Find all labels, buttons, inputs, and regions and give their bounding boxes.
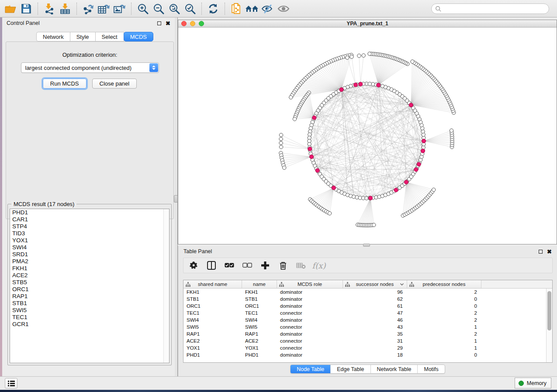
cell-predecessor-nodes: 2 bbox=[407, 316, 481, 323]
table-row[interactable]: FKH1FKH1dominator962 bbox=[183, 289, 546, 296]
export-image-button[interactable] bbox=[112, 1, 128, 16]
network-graph[interactable] bbox=[178, 28, 557, 244]
criterion-select[interactable]: largest connected component (undirected) bbox=[21, 62, 159, 73]
show-all-button[interactable] bbox=[276, 1, 291, 16]
hide-selected-button[interactable] bbox=[260, 1, 276, 16]
mcds-list-item[interactable]: CAR1 bbox=[10, 216, 169, 223]
network-canvas[interactable] bbox=[178, 28, 557, 244]
cell-MCDS-role: dominator bbox=[277, 316, 343, 323]
toolbar-separator bbox=[131, 3, 131, 15]
table-row[interactable]: STB1STB1dominator620 bbox=[183, 296, 546, 303]
task-history-button[interactable] bbox=[5, 378, 17, 389]
column-header-successor-nodes[interactable]: successor nodes bbox=[343, 280, 407, 288]
deselect-all-button[interactable] bbox=[242, 260, 253, 271]
mcds-list-item[interactable]: ORC1 bbox=[10, 286, 169, 293]
table-row[interactable]: PHD1PHD1dominator180 bbox=[183, 351, 546, 358]
column-header-MCDS-role[interactable]: MCDS role bbox=[277, 280, 343, 288]
table-row[interactable]: SWI5SWI5connector431 bbox=[183, 323, 546, 330]
mcds-list-item[interactable]: YOX1 bbox=[10, 237, 169, 244]
mcds-list-item[interactable]: STP4 bbox=[10, 223, 169, 230]
cell-MCDS-role: connector bbox=[277, 344, 343, 351]
network-window-titlebar[interactable]: YPA_prune.txt_1 bbox=[178, 20, 557, 28]
zoom-in-button[interactable] bbox=[135, 1, 151, 16]
list-scrollbar[interactable] bbox=[163, 209, 169, 363]
duplicate-network-button[interactable] bbox=[228, 1, 244, 16]
import-table-disabled-button bbox=[295, 260, 307, 271]
tab-network[interactable]: Network bbox=[36, 32, 70, 41]
vertical-splitter[interactable] bbox=[175, 17, 178, 376]
add-column-button[interactable] bbox=[259, 260, 271, 271]
float-panel-icon[interactable] bbox=[539, 250, 543, 254]
close-panel-icon[interactable]: ✖ bbox=[166, 21, 170, 26]
column-header-shared-name[interactable]: shared name bbox=[183, 280, 242, 288]
mcds-result-group: MCDS result (17 nodes) PHD1CAR1STP4TID3Y… bbox=[7, 204, 172, 365]
scrollbar-thumb[interactable] bbox=[547, 291, 551, 330]
tab-edge-table[interactable]: Edge Table bbox=[331, 365, 370, 373]
import-table-button[interactable] bbox=[57, 1, 73, 16]
mcds-list-item[interactable]: PHD1 bbox=[10, 209, 169, 216]
mcds-list-item[interactable]: PMA2 bbox=[10, 258, 169, 265]
control-panel-title: Control Panel bbox=[7, 20, 40, 26]
import-network-button[interactable] bbox=[42, 1, 57, 16]
search-box[interactable] bbox=[431, 3, 549, 14]
cell-predecessor-nodes: 2 bbox=[407, 330, 481, 337]
table-row[interactable]: YOX1YOX1connector291 bbox=[183, 344, 546, 351]
zoom-out-button[interactable] bbox=[151, 1, 166, 16]
mcds-list-item[interactable]: TEC1 bbox=[10, 314, 169, 321]
mcds-list-item[interactable]: STB1 bbox=[10, 300, 169, 307]
horizontal-splitter-handle[interactable] bbox=[363, 244, 370, 247]
table-row[interactable]: RAP1RAP1dominator352 bbox=[183, 330, 546, 337]
select-all-button[interactable] bbox=[224, 260, 235, 271]
open-button[interactable] bbox=[3, 1, 18, 16]
mcds-result-list[interactable]: PHD1CAR1STP4TID3YOX1SWI4SRD1PMA2FKH1ACE2… bbox=[10, 209, 170, 363]
memory-button[interactable]: Memory bbox=[515, 378, 551, 389]
gear-button[interactable] bbox=[188, 260, 199, 271]
mcds-list-item[interactable]: ACE2 bbox=[10, 272, 169, 279]
mcds-list-item[interactable]: GCR1 bbox=[10, 321, 169, 328]
zoom-selected-button[interactable] bbox=[182, 1, 198, 16]
mcds-list-item[interactable]: FKH1 bbox=[10, 265, 169, 272]
graph-mcds-hub-node bbox=[312, 116, 316, 120]
mcds-list-item[interactable]: SRD1 bbox=[10, 251, 169, 258]
run-mcds-button[interactable]: Run MCDS bbox=[43, 79, 86, 89]
graph-mcds-hub-node bbox=[353, 83, 357, 87]
mcds-list-item[interactable]: SWI5 bbox=[10, 307, 169, 314]
mcds-list-item[interactable]: STB5 bbox=[10, 279, 169, 286]
table-row[interactable]: ACE2ACE2connector311 bbox=[183, 337, 546, 344]
export-network-button[interactable] bbox=[80, 1, 96, 16]
splitter-handle[interactable] bbox=[174, 195, 178, 203]
table-row[interactable]: TEC1TEC1connector472 bbox=[183, 309, 546, 316]
close-panel-button[interactable]: Close panel bbox=[92, 79, 137, 89]
import-table-disabled-icon bbox=[296, 262, 306, 269]
mcds-list-item[interactable]: SWI4 bbox=[10, 244, 169, 251]
search-input[interactable] bbox=[442, 6, 542, 12]
graph-leaf-node bbox=[362, 54, 365, 57]
table-row[interactable]: SWI4SWI4dominator462 bbox=[183, 316, 546, 323]
column-header-predecessor-nodes[interactable]: predecessor nodes bbox=[407, 280, 481, 288]
table-toolbar: f(x) bbox=[183, 258, 553, 273]
graph-leaf-node bbox=[372, 223, 376, 227]
delete-column-button[interactable] bbox=[277, 260, 289, 271]
table-row[interactable]: ORC1ORC1dominator610 bbox=[183, 303, 546, 309]
save-button[interactable] bbox=[18, 1, 34, 16]
close-panel-icon[interactable]: ✖ bbox=[547, 249, 552, 254]
tab-motifs[interactable]: Motifs bbox=[418, 365, 444, 373]
first-neighbors-button[interactable] bbox=[244, 1, 260, 16]
refresh-button[interactable] bbox=[205, 1, 221, 16]
tab-node-table[interactable]: Node Table bbox=[291, 365, 331, 373]
cell-successor-nodes: 29 bbox=[343, 344, 407, 351]
export-table-button[interactable] bbox=[96, 1, 112, 16]
float-panel-icon[interactable] bbox=[157, 21, 161, 25]
tab-mcds[interactable]: MCDS bbox=[124, 32, 153, 41]
column-view-button[interactable] bbox=[206, 260, 217, 271]
zoom-selected-icon bbox=[184, 3, 196, 14]
mcds-list-item[interactable]: TID3 bbox=[10, 230, 169, 237]
tab-network-table[interactable]: Network Table bbox=[371, 365, 418, 373]
mcds-list-item[interactable]: RAP1 bbox=[10, 293, 169, 300]
zoom-fit-button[interactable] bbox=[166, 1, 182, 16]
tab-style[interactable]: Style bbox=[70, 32, 95, 41]
tab-select[interactable]: Select bbox=[95, 32, 124, 41]
table-scrollbar[interactable] bbox=[546, 289, 552, 362]
cell-MCDS-role: dominator bbox=[277, 330, 343, 337]
column-header-name[interactable]: name bbox=[242, 280, 277, 288]
